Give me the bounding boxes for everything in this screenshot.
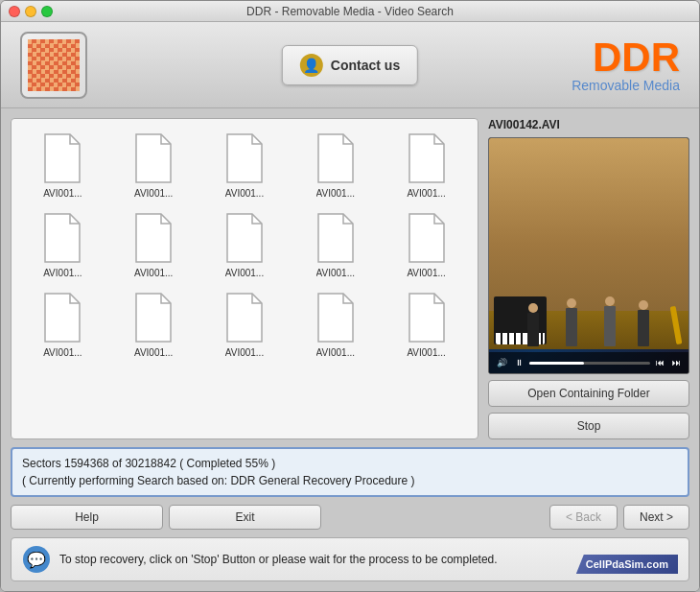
file-icon bbox=[404, 290, 450, 345]
watermark: CellPdaSim.com bbox=[576, 555, 678, 574]
figure-body bbox=[527, 313, 539, 346]
header: 👤 Contact us DDR Removable Media bbox=[1, 22, 699, 108]
navigation-bar: Help Exit < Back Next > bbox=[11, 505, 689, 530]
file-label: AVI001... bbox=[134, 268, 173, 278]
list-item[interactable]: AVI001... bbox=[19, 286, 106, 362]
info-message: To stop recovery, click on 'Stop' Button… bbox=[59, 553, 498, 566]
file-icon bbox=[313, 290, 359, 345]
file-label: AVI001... bbox=[43, 268, 82, 278]
file-label: AVI001... bbox=[225, 268, 264, 278]
back-button[interactable]: < Back bbox=[549, 505, 618, 530]
list-item[interactable]: AVI001... bbox=[201, 206, 289, 282]
brand-ddr: DDR bbox=[572, 37, 680, 78]
figure-body bbox=[604, 306, 616, 346]
figure-body bbox=[638, 310, 649, 346]
progress-section: Sectors 1594368 of 30218842 ( Completed … bbox=[11, 447, 689, 497]
brand-sub: Removable Media bbox=[572, 78, 680, 93]
file-icon bbox=[39, 130, 85, 186]
bottom-area: 💬 To stop recovery, click on 'Stop' Butt… bbox=[11, 537, 689, 581]
figure-head bbox=[528, 303, 538, 313]
window-title: DDR - Removable Media - Video Search bbox=[246, 5, 454, 18]
preview-filename: AVI00142.AVI bbox=[488, 118, 689, 131]
figure-3 bbox=[604, 296, 616, 346]
video-controls: 🔊 ⏸ ⏮ ⏭ bbox=[489, 352, 688, 373]
file-label: AVI001... bbox=[134, 347, 173, 358]
list-item[interactable]: AVI001... bbox=[292, 127, 379, 202]
contact-button[interactable]: 👤 Contact us bbox=[282, 45, 418, 85]
list-item[interactable]: AVI001... bbox=[110, 286, 198, 362]
list-item[interactable]: AVI001... bbox=[110, 206, 198, 282]
logo-icon bbox=[28, 39, 80, 91]
file-icon bbox=[222, 210, 268, 266]
file-label: AVI001... bbox=[43, 188, 82, 199]
title-bar: DDR - Removable Media - Video Search bbox=[1, 1, 699, 22]
middle-row: AVI001... AVI001... bbox=[11, 118, 689, 439]
file-label: AVI001... bbox=[407, 188, 445, 199]
file-label: AVI001... bbox=[43, 347, 82, 358]
list-item[interactable]: AVI001... bbox=[383, 206, 470, 282]
close-button[interactable] bbox=[9, 6, 20, 17]
file-icon bbox=[222, 130, 268, 186]
app-window: DDR - Removable Media - Video Search 👤 C… bbox=[0, 0, 700, 592]
watermark-text: CellPdaSim.com bbox=[576, 555, 678, 574]
list-item[interactable]: AVI001... bbox=[201, 127, 289, 202]
main-content: AVI001... AVI001... bbox=[1, 108, 699, 591]
next-button[interactable]: Next > bbox=[623, 505, 689, 530]
figure-head bbox=[605, 296, 615, 306]
file-icon bbox=[404, 210, 450, 266]
file-label: AVI001... bbox=[316, 347, 355, 358]
figure-4 bbox=[638, 300, 649, 346]
figure-2 bbox=[566, 298, 577, 346]
file-label: AVI001... bbox=[316, 268, 355, 278]
file-icon bbox=[404, 130, 450, 186]
play-pause-button[interactable]: ⏸ bbox=[513, 358, 525, 367]
file-icon bbox=[313, 130, 359, 186]
list-item[interactable]: AVI001... bbox=[201, 286, 289, 362]
file-icon bbox=[39, 210, 85, 266]
file-icon bbox=[222, 290, 268, 345]
file-label: AVI001... bbox=[407, 268, 445, 278]
stop-button[interactable]: Stop bbox=[488, 413, 689, 439]
file-icon bbox=[130, 290, 176, 345]
maximize-button[interactable] bbox=[41, 6, 53, 17]
video-preview: 🔊 ⏸ ⏮ ⏭ bbox=[488, 137, 689, 374]
figure-head bbox=[567, 298, 576, 308]
help-button[interactable]: Help bbox=[11, 505, 163, 530]
procedure-text: ( Currently performing Search based on: … bbox=[22, 474, 678, 487]
open-folder-button[interactable]: Open Containing Folder bbox=[488, 380, 689, 407]
figure-1 bbox=[527, 303, 539, 346]
skip-forward-button[interactable]: ⏭ bbox=[670, 358, 683, 367]
volume-icon[interactable]: 🔊 bbox=[495, 358, 509, 367]
figure-body bbox=[566, 308, 577, 346]
contact-label: Contact us bbox=[331, 58, 400, 73]
video-progress-slider[interactable] bbox=[529, 362, 650, 365]
file-icon bbox=[39, 290, 85, 345]
file-grid[interactable]: AVI001... AVI001... bbox=[11, 118, 478, 439]
file-label: AVI001... bbox=[407, 347, 445, 358]
preview-panel: AVI00142.AVI bbox=[488, 118, 689, 439]
brand-area: DDR Removable Media bbox=[572, 37, 680, 93]
list-item[interactable]: AVI001... bbox=[110, 127, 198, 202]
file-label: AVI001... bbox=[134, 188, 173, 199]
traffic-lights bbox=[9, 6, 53, 17]
file-icon bbox=[130, 130, 176, 186]
figure-head bbox=[639, 300, 648, 310]
list-item[interactable]: AVI001... bbox=[383, 127, 470, 202]
list-item[interactable]: AVI001... bbox=[19, 206, 106, 282]
file-icon bbox=[313, 210, 359, 266]
file-label: AVI001... bbox=[225, 347, 264, 358]
file-label: AVI001... bbox=[225, 188, 264, 199]
list-item[interactable]: AVI001... bbox=[383, 286, 470, 362]
list-item[interactable]: AVI001... bbox=[19, 127, 106, 202]
sectors-progress-text: Sectors 1594368 of 30218842 ( Completed … bbox=[22, 457, 678, 470]
logo-box bbox=[20, 32, 87, 99]
skip-back-button[interactable]: ⏮ bbox=[654, 358, 666, 367]
info-icon: 💬 bbox=[23, 546, 50, 573]
file-icon bbox=[130, 210, 176, 266]
file-label: AVI001... bbox=[316, 188, 355, 199]
video-frame bbox=[489, 138, 688, 373]
list-item[interactable]: AVI001... bbox=[292, 206, 379, 282]
minimize-button[interactable] bbox=[25, 6, 36, 17]
exit-button[interactable]: Exit bbox=[169, 505, 321, 530]
list-item[interactable]: AVI001... bbox=[292, 286, 379, 362]
